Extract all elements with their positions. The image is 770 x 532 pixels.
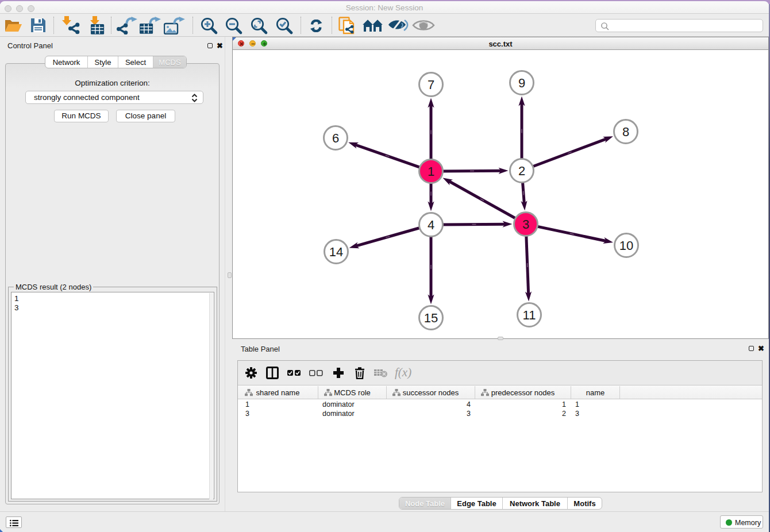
- svg-text:14: 14: [329, 245, 343, 259]
- svg-text:6: 6: [332, 131, 339, 145]
- svg-text:11: 11: [523, 308, 536, 322]
- svg-text:8: 8: [622, 125, 629, 139]
- svg-text:9: 9: [518, 76, 525, 90]
- svg-text:15: 15: [424, 311, 438, 325]
- svg-text:3: 3: [522, 217, 529, 232]
- svg-text:7: 7: [428, 78, 434, 92]
- svg-text:4: 4: [428, 218, 434, 232]
- svg-text:2: 2: [518, 164, 525, 178]
- svg-text:10: 10: [619, 238, 633, 253]
- svg-text:1: 1: [428, 164, 434, 179]
